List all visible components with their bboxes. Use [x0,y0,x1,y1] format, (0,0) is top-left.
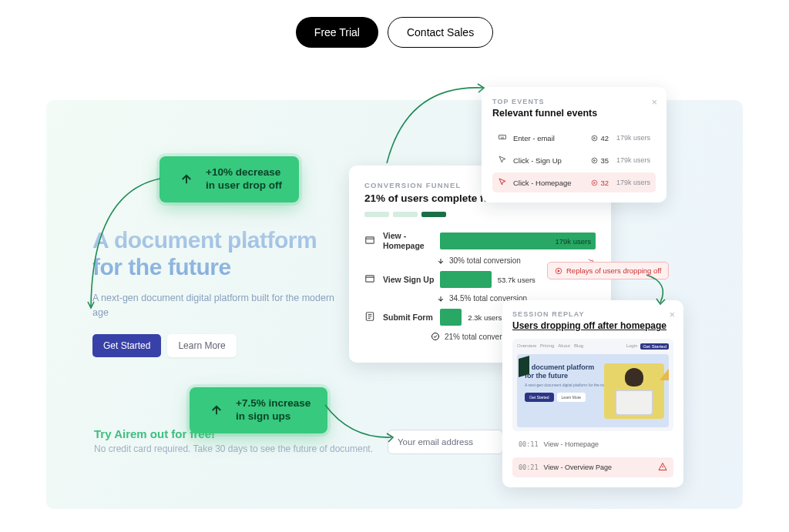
session-preview: OverviewPricingAboutBlog LoginGet Starte… [512,339,673,431]
svg-rect-1 [366,276,374,282]
close-icon[interactable]: × [651,96,657,108]
event-row[interactable]: Enter - email 42 179k users [492,128,656,148]
page-icon [364,235,377,247]
svg-point-3 [432,333,439,340]
cursor-icon [498,155,509,166]
svg-point-7 [593,158,598,163]
dropoff-callout: +10% decreasein user drop off [159,156,299,202]
contact-sales-button[interactable]: Contact Sales [388,17,493,48]
svg-point-8 [593,180,598,186]
arrow-up-icon [176,169,196,189]
svg-point-6 [593,136,598,141]
progress-blocks [364,212,596,217]
hero-title: A document platformfor the future [92,227,339,280]
session-replay-panel: × SESSION REPLAY Users dropping off afte… [502,300,683,487]
event-row-highlighted[interactable]: Click - Homepage 32 179k users [492,172,656,192]
get-started-button[interactable]: Get Started [92,334,161,357]
try-subtext: No credit card required. Take 30 days to… [94,443,373,454]
svg-rect-0 [366,237,374,243]
timeline-row: 00:11 View - Homepage [512,436,673,453]
events-title: Relevant funnel events [492,108,656,119]
timeline-row-error: 00:21 View - Overview Page [512,457,673,477]
form-icon [364,311,377,323]
warning-icon [658,462,667,473]
events-label: TOP EVENTS [492,98,656,105]
hero-subtitle: A next-gen document digital platform bui… [92,291,339,320]
arrow-up-icon [206,400,227,420]
cursor-icon [498,177,509,188]
session-label: SESSION REPLAY [512,310,673,318]
top-events-panel: × TOP EVENTS Relevant funnel events Ente… [482,87,666,202]
session-title: Users dropping off after homepage [512,320,673,331]
free-trial-button[interactable]: Free Trial [296,17,378,48]
email-input[interactable]: Your email address [388,430,503,454]
replay-badge[interactable]: Replays of users dropping off [547,262,669,279]
signup-callout: +7.5% increasein sign ups [190,387,327,433]
hero-card: A document platformfor the future A next… [92,227,339,357]
keyboard-icon [498,132,509,143]
funnel-step-homepage: View -Homepage 179k users [364,231,596,250]
close-icon[interactable]: × [669,309,675,320]
page-icon [364,273,377,286]
event-row[interactable]: Click - Sign Up 35 179k users [492,150,656,170]
learn-more-button[interactable]: Learn More [167,334,236,357]
